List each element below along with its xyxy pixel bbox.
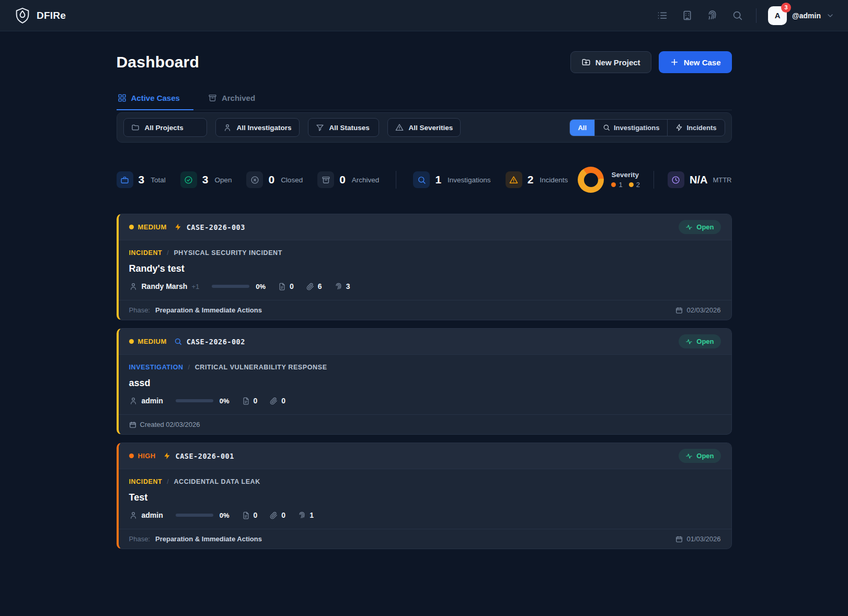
type-toggle-group: All Investigations Incidents xyxy=(569,119,725,136)
investigators-filter-dropdown[interactable]: All Investigators xyxy=(215,118,300,137)
filter-panel: All Projects All Investigators All Statu… xyxy=(117,112,732,143)
severities-filter-label: All Severities xyxy=(409,124,453,132)
severity-label: MEDIUM xyxy=(138,223,167,231)
toggle-incidents[interactable]: Incidents xyxy=(667,120,724,136)
case-footer: Phase: Preparation & Immediate Actions 0… xyxy=(119,529,731,549)
tab-active-cases-label: Active Cases xyxy=(131,94,180,102)
evidence-button[interactable] xyxy=(702,5,723,26)
statuses-filter-label: All Statuses xyxy=(329,124,370,132)
case-type: INCIDENT xyxy=(129,249,163,257)
case-card-2026-003[interactable]: MEDIUM CASE-2026-003 Op xyxy=(117,214,732,320)
attachments-count-value: 6 xyxy=(318,282,322,290)
evidence-count: 1 xyxy=(298,511,314,519)
fingerprint-icon xyxy=(298,512,306,519)
toggle-all[interactable]: All xyxy=(570,120,594,136)
case-id: CASE-2026-002 xyxy=(174,338,245,346)
case-breadcrumb: INVESTIGATION / CRITICAL VULNERABILITY R… xyxy=(129,364,721,371)
attachments-count: 0 xyxy=(270,511,285,519)
severities-filter-dropdown[interactable]: All Severities xyxy=(387,118,461,137)
case-body: INVESTIGATION / CRITICAL VULNERABILITY R… xyxy=(119,355,731,414)
status-badge-open: Open xyxy=(679,449,720,463)
briefcase-icon xyxy=(117,171,133,188)
case-header: MEDIUM CASE-2026-002 xyxy=(119,329,731,355)
user-menu[interactable]: A 3 @admin xyxy=(768,6,834,25)
high-dot xyxy=(611,182,616,187)
attachments-count: 0 xyxy=(270,397,285,405)
tab-active-cases[interactable]: Active Cases xyxy=(117,89,193,110)
status-badge-open: Open xyxy=(679,220,720,234)
evidence-count: 3 xyxy=(335,282,350,290)
projects-filter-dropdown[interactable]: All Projects xyxy=(123,118,207,137)
case-header: HIGH CASE-2026-001 Open xyxy=(119,443,731,469)
brand[interactable]: DFIRe xyxy=(14,7,66,25)
paperclip-icon xyxy=(306,283,314,290)
page-header: Dashboard New Project New Case xyxy=(117,51,732,73)
topnav: A 3 @admin xyxy=(651,5,834,26)
case-card-2026-002[interactable]: MEDIUM CASE-2026-002 xyxy=(117,328,732,435)
stats-counts: 3 Total 3 Open 0 Closed xyxy=(117,171,568,189)
magnifier-icon xyxy=(413,171,430,188)
user-icon xyxy=(223,123,232,132)
new-case-button[interactable]: New Case xyxy=(659,51,732,73)
folder-plus-icon xyxy=(581,57,591,67)
magnifier-icon xyxy=(174,338,182,345)
toggle-investigations[interactable]: Investigations xyxy=(594,120,667,136)
docs-count: 0 xyxy=(242,511,258,519)
progress-percent: 0% xyxy=(256,283,266,290)
organizations-button[interactable] xyxy=(677,5,697,26)
calendar-icon xyxy=(675,307,683,314)
case-list: MEDIUM CASE-2026-003 Op xyxy=(117,214,732,549)
main-content: Dashboard New Project New Case xyxy=(117,31,732,549)
assignee-extra-count: +1 xyxy=(191,283,199,290)
activity-list-button[interactable] xyxy=(651,5,672,26)
severity-dot xyxy=(129,339,134,344)
phase-value: Preparation & Immediate Actions xyxy=(155,535,262,543)
stat-archived: 0 Archived xyxy=(317,171,379,188)
case-id-text: CASE-2026-003 xyxy=(187,223,245,231)
attachments-count-value: 0 xyxy=(281,511,285,519)
progress-percent: 0% xyxy=(220,397,230,405)
attachments-count-value: 0 xyxy=(281,397,285,405)
severity-dot xyxy=(129,225,134,229)
file-text-icon xyxy=(242,397,250,405)
stat-investigations-label: Investigations xyxy=(448,176,491,184)
stat-total: 3 Total xyxy=(117,171,166,188)
file-text-icon xyxy=(278,283,286,290)
stat-archived-label: Archived xyxy=(352,176,380,184)
stat-closed-label: Closed xyxy=(281,176,303,184)
activity-icon xyxy=(685,452,693,460)
case-id-text: CASE-2026-001 xyxy=(176,452,234,460)
legend-medium: 2 xyxy=(629,181,640,189)
stat-open: 3 Open xyxy=(180,171,232,188)
case-id: CASE-2026-001 xyxy=(163,452,234,460)
case-card-2026-001[interactable]: HIGH CASE-2026-001 Open xyxy=(117,443,732,549)
alert-triangle-icon xyxy=(506,171,522,188)
zap-icon xyxy=(163,452,171,460)
assignee-name: admin xyxy=(142,397,163,405)
assignee-name: admin xyxy=(142,511,163,519)
magnifier-icon xyxy=(603,124,610,131)
calendar-icon xyxy=(129,421,136,428)
case-date-value: 02/03/2026 xyxy=(686,306,720,314)
new-project-button[interactable]: New Project xyxy=(570,51,651,73)
legend-high: 1 xyxy=(611,181,622,189)
check-circle-icon xyxy=(180,171,197,188)
stat-closed-value: 0 xyxy=(268,173,274,186)
user-icon xyxy=(129,282,137,290)
search-button[interactable] xyxy=(727,5,748,26)
paperclip-icon xyxy=(270,512,278,519)
case-date-value: 01/03/2026 xyxy=(686,535,720,543)
breadcrumb-separator: / xyxy=(167,478,169,485)
statuses-filter-dropdown[interactable]: All Statuses xyxy=(308,118,379,137)
projects-filter-label: All Projects xyxy=(145,124,184,132)
file-text-icon xyxy=(242,512,250,519)
stat-open-label: Open xyxy=(214,176,232,184)
user-icon xyxy=(129,511,137,519)
docs-count-value: 0 xyxy=(290,282,294,290)
tab-archived[interactable]: Archived xyxy=(207,89,269,110)
legend-medium-value: 2 xyxy=(636,181,640,189)
phase-value: Preparation & Immediate Actions xyxy=(155,306,262,314)
stat-incidents-value: 2 xyxy=(528,173,534,186)
case-breadcrumb: INCIDENT / PHYSICAL SECURITY INCIDENT xyxy=(129,249,721,257)
archive-icon xyxy=(208,94,217,102)
